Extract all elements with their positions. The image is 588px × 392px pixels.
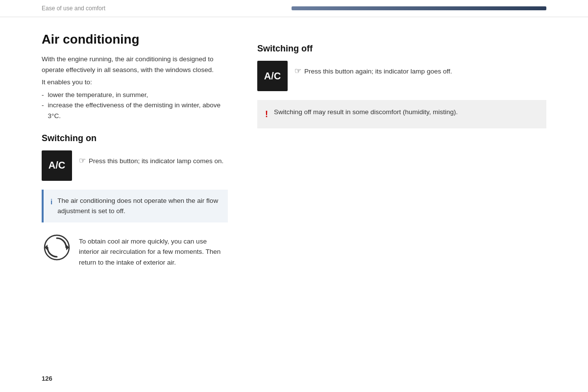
switching-off-section: Switching off A/C ☞Press this button aga… [257,44,546,128]
info-icon: i [50,196,52,208]
list-item-2-text: increase the effectiveness of the demist… [48,100,228,121]
ac-button-off: A/C [257,61,288,91]
main-content: Air conditioning With the engine running… [0,17,588,296]
top-bar-decoration [292,6,546,10]
page-number: 126 [42,375,52,382]
main-title: Air conditioning [42,32,228,47]
dash-1: - [42,90,44,100]
list-item-2: - increase the effectiveness of the demi… [42,100,228,121]
switching-on-instruction: ☞Press this button; its indicator lamp c… [79,150,223,167]
recirculation-row: To obtain cool air more quickly, you can… [42,232,228,268]
switching-on-button-row: A/C ☞Press this button; its indicator la… [42,150,228,181]
breadcrumb: Ease of use and comfort [42,5,105,12]
switching-off-instruction-text: Press this button again; its indicator l… [304,68,452,75]
list-item-1: - lower the temperature, in summer, [42,90,228,100]
info-box-text: The air conditioning does not operate wh… [57,196,221,217]
switching-on-instruction-text: Press this button; its indicator lamp co… [89,157,223,165]
left-column: Air conditioning With the engine running… [42,32,228,277]
bullet-list: - lower the temperature, in summer, - in… [42,90,228,122]
switching-off-instruction: ☞Press this button again; its indicator … [294,61,452,77]
switching-off-heading: Switching off [257,44,546,54]
warning-box-text: Switching off may result in some discomf… [274,107,458,118]
top-bar: Ease of use and comfort [0,0,588,17]
phone-icon-off: ☞ [294,67,301,75]
switching-on-section: Switching on A/C ☞Press this button; its… [42,133,228,268]
right-column: Switching off A/C ☞Press this button aga… [257,32,546,277]
intro-line-2: It enables you to: [42,77,228,88]
switching-off-button-row: A/C ☞Press this button again; its indica… [257,61,546,91]
intro-line-1: With the engine running, the air conditi… [42,54,228,75]
info-box: i The air conditioning does not operate … [42,190,228,222]
recirculation-text: To obtain cool air more quickly, you can… [79,232,228,268]
recirculation-icon-wrap [42,232,72,263]
list-item-1-text: lower the temperature, in summer, [48,90,228,100]
recirculation-icon [44,234,70,261]
warning-box: ! Switching off may result in some disco… [257,100,546,128]
ac-button-on: A/C [42,150,72,181]
switching-on-heading: Switching on [42,133,228,144]
phone-icon-on: ☞ [79,156,86,165]
warning-icon: ! [265,107,268,122]
dash-2: - [42,100,44,121]
